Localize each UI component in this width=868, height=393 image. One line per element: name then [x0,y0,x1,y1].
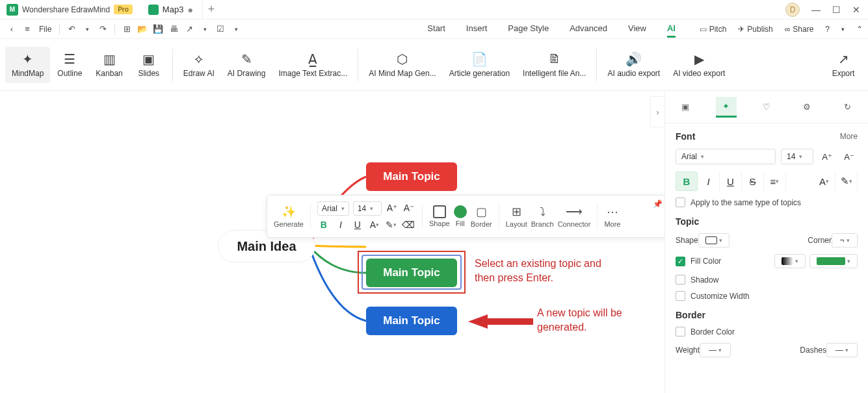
close-icon[interactable]: ✕ [852,5,860,15]
minimize-icon[interactable]: — [811,5,821,15]
undo-dropdown-icon[interactable]: ▾ [81,23,94,36]
ribbon-ai-audio[interactable]: 🔊AI audio export [601,47,666,83]
redo-icon[interactable]: ↷ [96,23,109,36]
ft-size-select[interactable]: 14▾ [353,201,382,216]
ribbon-slides[interactable]: ▣Slides [129,47,168,83]
tab-page-style[interactable]: Page Style [508,21,549,38]
tab-insert[interactable]: Insert [466,21,488,38]
ribbon-article-gen[interactable]: 📄Article generation [443,47,516,83]
ft-fill[interactable]: Fill [454,205,467,227]
font-decrease-icon[interactable]: A⁻ [402,201,415,214]
panel-bold-button[interactable]: B [676,171,698,191]
ft-connector[interactable]: ⟶Connector [558,205,591,228]
tab-view[interactable]: View [628,21,646,38]
panel-font-color-button[interactable]: A▾ [813,171,835,191]
highlight-button[interactable]: ✎▾ [385,218,398,231]
document-tab[interactable]: Map3 ● [139,0,203,19]
ft-branch[interactable]: ⤵Branch [531,205,554,228]
shape-select[interactable]: ▾ [698,233,730,247]
corner-select[interactable]: ¬▾ [832,233,858,247]
font-increase-icon[interactable]: A⁺ [386,201,399,214]
checkbox-icon [676,197,685,207]
fill-color-select[interactable]: ▾ [809,254,858,268]
panel-highlight-button[interactable]: ✎▾ [835,171,858,191]
import-icon[interactable]: ☑ [214,23,227,36]
ribbon-edraw-ai[interactable]: ⟡Edraw AI [177,47,221,83]
bold-button[interactable]: B [317,218,330,231]
panel-tab-history-icon[interactable]: ↻ [837,97,858,118]
fill-gradient-select[interactable]: ▾ [774,254,806,268]
ribbon-ai-mindmap[interactable]: ⬡AI Mind Map Gen... [362,47,442,83]
ribbon-export[interactable]: ↗Export [824,47,863,83]
tab-ai[interactable]: AI [667,21,676,38]
panel-align-button[interactable]: ≡▾ [764,171,786,191]
ribbon-mindmap[interactable]: ✦MindMap [5,47,50,83]
clear-format-icon[interactable]: ⌫ [402,218,415,231]
export-dropdown-icon[interactable]: ▾ [198,23,211,36]
help-dropdown-icon[interactable]: ▾ [841,26,845,32]
panel-tab-gear-icon[interactable]: ⚙ [796,97,817,118]
underline-button[interactable]: U [351,218,364,231]
ribbon-ai-drawing[interactable]: ✎AI Drawing [221,47,272,83]
shadow-checkbox[interactable]: Shadow [676,275,858,285]
pin-icon[interactable]: 📌 [653,199,663,209]
ribbon-outline[interactable]: ☰Outline [50,47,89,83]
font-decrease-icon[interactable]: A⁻ [841,148,858,165]
font-family-select[interactable]: Arial▾ [676,149,776,164]
panel-tab-topic-icon[interactable]: ▣ [675,97,696,118]
node-topic-blue[interactable]: Main Topic [366,307,457,335]
add-tab-button[interactable]: + [208,3,215,16]
node-topic-red[interactable]: Main Topic [366,162,457,191]
panel-underline-button[interactable]: U [720,171,742,191]
ft-border[interactable]: ▢Border [471,205,492,228]
dashes-select[interactable]: —▾ [826,343,858,357]
node-topic-green[interactable]: Main Topic [366,259,457,287]
ft-layout[interactable]: ⊞Layout [506,205,527,228]
customize-width-checkbox[interactable]: Customize Width [676,291,858,301]
menu-icon[interactable]: ≡ [21,23,34,36]
collapse-ribbon-icon[interactable]: ⌃ [856,25,863,34]
publish-button[interactable]: ✈Publish [738,25,772,34]
apply-same-checkbox[interactable]: Apply to the same type of topics [676,197,858,207]
new-icon[interactable]: ⊞ [120,23,133,36]
ft-shape[interactable]: Shape [429,205,450,227]
weight-select[interactable]: —▾ [700,343,731,357]
panel-collapse-button[interactable]: › [650,96,664,127]
font-color-button[interactable]: A▾ [368,218,381,231]
ribbon-image-text[interactable]: A̲Image Text Extrac... [272,47,354,83]
panel-strike-button[interactable]: S [742,171,764,191]
help-icon[interactable]: ? [825,25,830,34]
avatar[interactable]: D [785,3,800,17]
panel-italic-button[interactable]: I [698,171,720,191]
canvas[interactable]: Main Idea Main Topic Main Topic Main Top… [0,91,664,393]
tab-start[interactable]: Start [427,21,445,38]
export-icon[interactable]: ↗ [183,23,196,36]
ribbon-intelligent-file[interactable]: 🗎Intelligent file An... [516,47,592,83]
pitch-button[interactable]: ▭Pitch [700,25,727,34]
undo-icon[interactable]: ↶ [65,23,78,36]
ft-generate[interactable]: ✨ Generate [274,205,304,228]
border-color-checkbox[interactable]: Border Color [676,327,858,336]
panel-tab-shield-icon[interactable]: ♡ [756,97,777,118]
save-icon[interactable]: 💾 [151,23,164,36]
fill-color-checkbox[interactable]: ✓ Fill Color [676,257,721,266]
font-more-link[interactable]: More [840,132,858,141]
font-increase-icon[interactable]: A⁺ [819,148,835,165]
print-icon[interactable]: 🖶 [167,23,180,36]
ribbon-ai-video[interactable]: ▶AI video export [666,47,731,83]
italic-button[interactable]: I [334,218,347,231]
more-icon: ⋯ [607,205,618,219]
tab-advanced[interactable]: Advanced [570,21,607,38]
font-size-select[interactable]: 14▾ [781,149,813,164]
open-icon[interactable]: 📂 [136,23,149,36]
panel-tab-style-icon[interactable]: ✦ [716,97,737,118]
ft-font-select[interactable]: Arial▾ [317,201,349,216]
import-dropdown-icon[interactable]: ▾ [230,23,243,36]
ribbon-kanban[interactable]: ▥Kanban [89,47,129,83]
right-panel: ▣ ✦ ♡ ⚙ ↻ Font More Arial▾ 14▾ A⁺ A⁻ B I… [664,91,868,393]
maximize-icon[interactable]: ☐ [832,5,841,15]
file-menu[interactable]: File [36,25,54,34]
ft-more[interactable]: ⋯More [604,205,620,228]
back-icon[interactable]: ‹ [5,23,18,36]
share-button[interactable]: ∞Share [785,25,814,34]
